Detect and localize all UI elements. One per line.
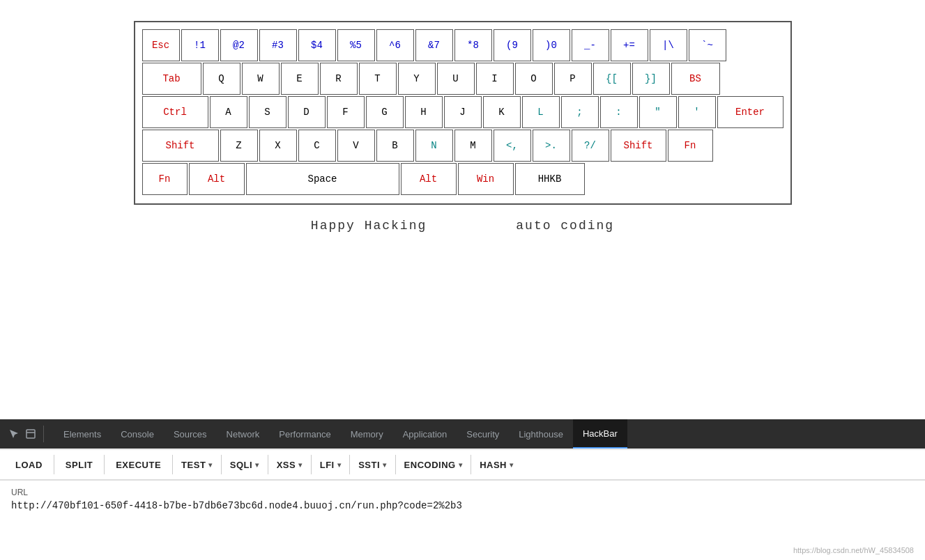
- devtools-tab-memory[interactable]: Memory: [341, 419, 393, 449]
- key-Ctrl-2-0[interactable]: Ctrl: [142, 96, 208, 128]
- toolbar-dropdown-sqli[interactable]: SQLI▾: [224, 456, 265, 474]
- key-%5-0-5[interactable]: %5: [337, 29, 375, 61]
- key-Q-1-1[interactable]: Q: [203, 63, 240, 95]
- key-H-2-6[interactable]: H: [405, 96, 443, 128]
- key-D-2-3[interactable]: D: [288, 96, 326, 128]
- key-Win-4-4[interactable]: Win: [458, 163, 514, 195]
- devtools-tab-security[interactable]: Security: [457, 419, 509, 449]
- key-#3-0-3[interactable]: #3: [259, 29, 297, 61]
- key-Fn-4-0[interactable]: Fn: [142, 163, 188, 195]
- toolbar-dropdown-test[interactable]: TEST▾: [176, 456, 218, 474]
- key-Tab-1-0[interactable]: Tab: [142, 63, 201, 95]
- devtools-tab-application[interactable]: Application: [393, 419, 457, 449]
- toolbar-divider-4: [221, 455, 222, 474]
- url-bar: URL http://470bf101-650f-4418-b7be-b7db6…: [0, 480, 925, 560]
- devtools-tab-hackbar[interactable]: HackBar: [573, 419, 627, 449]
- key-_--0-11[interactable]: _-: [572, 29, 609, 61]
- key-!1-0-1[interactable]: !1: [181, 29, 219, 61]
- toolbar-dropdown-xss[interactable]: XSS▾: [271, 456, 308, 474]
- toolbar-dropdown-hash[interactable]: HASH▾: [474, 456, 519, 474]
- key-B-3-5[interactable]: B: [376, 130, 414, 162]
- key-T-1-5[interactable]: T: [359, 63, 397, 95]
- svg-rect-0: [26, 430, 35, 438]
- key-O-1-9[interactable]: O: [515, 63, 553, 95]
- key-Shift-3-0[interactable]: Shift: [142, 130, 219, 162]
- inspect-icon[interactable]: [22, 426, 39, 442]
- key-Z-3-1[interactable]: Z: [220, 130, 258, 162]
- toolbar-divider-8: [395, 455, 396, 474]
- toolbar-btn-execute[interactable]: EXECUTE: [107, 456, 169, 474]
- key-^6-0-6[interactable]: ^6: [376, 29, 414, 61]
- key-Esc-0-0[interactable]: Esc: [142, 29, 180, 61]
- key-P-1-10[interactable]: P: [554, 63, 592, 95]
- key-{[-1-11[interactable]: {[: [593, 63, 631, 95]
- toolbar-divider-2: [104, 455, 105, 474]
- key-$4-0-4[interactable]: $4: [298, 29, 336, 61]
- key-?/-3-10[interactable]: ?/: [572, 130, 609, 162]
- dropdown-arrow: ▾: [255, 461, 259, 469]
- key-Enter-2-14[interactable]: Enter: [717, 96, 783, 128]
- key-J-2-7[interactable]: J: [444, 96, 482, 128]
- key-)0-0-10[interactable]: )0: [533, 29, 570, 61]
- key-Alt-4-1[interactable]: Alt: [189, 163, 245, 195]
- key-(9-0-9[interactable]: (9: [494, 29, 531, 61]
- key-I-1-8[interactable]: I: [476, 63, 514, 95]
- key-&7-0-7[interactable]: &7: [415, 29, 453, 61]
- key-M-3-7[interactable]: M: [454, 130, 492, 162]
- key-'-2-13[interactable]: ': [678, 96, 716, 128]
- key-E-1-3[interactable]: E: [281, 63, 319, 95]
- key-N-3-6[interactable]: N: [415, 130, 453, 162]
- devtools-tab-network[interactable]: Network: [217, 419, 270, 449]
- devtools-tab-lighthouse[interactable]: Lighthouse: [509, 419, 573, 449]
- key-W-1-2[interactable]: W: [242, 63, 280, 95]
- key-Alt-4-3[interactable]: Alt: [401, 163, 457, 195]
- key-C-3-3[interactable]: C: [298, 130, 336, 162]
- devtools-tab-console[interactable]: Console: [111, 419, 164, 449]
- dropdown-arrow: ▾: [383, 461, 387, 469]
- key-V-3-4[interactable]: V: [337, 130, 375, 162]
- key-|\-0-13[interactable]: |\: [650, 29, 687, 61]
- toolbar-dropdown-lfi[interactable]: LFI▾: [314, 456, 347, 474]
- key-Fn-3-12[interactable]: Fn: [668, 130, 713, 162]
- key-R-1-4[interactable]: R: [320, 63, 358, 95]
- keyboard-row-2: CtrlASDFGHJKL;:"'Enter: [142, 96, 783, 128]
- dropdown-arrow: ▾: [459, 461, 463, 469]
- toolbar-dropdown-ssti[interactable]: SSTI▾: [353, 456, 392, 474]
- devtools-tab-elements[interactable]: Elements: [54, 419, 111, 449]
- key-*8-0-8[interactable]: *8: [454, 29, 492, 61]
- key-Space-4-2[interactable]: Space: [246, 163, 399, 195]
- key-<,-3-8[interactable]: <,: [494, 130, 531, 162]
- key-X-3-2[interactable]: X: [259, 130, 297, 162]
- dropdown-arrow: ▾: [337, 461, 342, 469]
- devtools-tabs: ElementsConsoleSourcesNetworkPerformance…: [54, 419, 627, 449]
- toolbar-btn-load[interactable]: LOAD: [7, 456, 51, 474]
- key-`~-0-14[interactable]: `~: [689, 29, 726, 61]
- devtools-tab-performance[interactable]: Performance: [269, 419, 340, 449]
- key-F-2-4[interactable]: F: [327, 96, 365, 128]
- key-Shift-3-11[interactable]: Shift: [611, 130, 666, 162]
- key-}]-1-12[interactable]: }]: [632, 63, 670, 95]
- toolbar-btn-split[interactable]: SPLIT: [57, 456, 101, 474]
- key-"-2-12[interactable]: ": [639, 96, 677, 128]
- key-A-2-1[interactable]: A: [210, 96, 247, 128]
- devtools-bar: ElementsConsoleSourcesNetworkPerformance…: [0, 419, 925, 449]
- key-@2-0-2[interactable]: @2: [220, 29, 258, 61]
- key-HHKB-4-5[interactable]: HHKB: [515, 163, 585, 195]
- devtools-tab-sources[interactable]: Sources: [164, 419, 217, 449]
- key-U-1-7[interactable]: U: [437, 63, 475, 95]
- key-S-2-2[interactable]: S: [249, 96, 286, 128]
- key->.-3-9[interactable]: >.: [533, 130, 570, 162]
- toolbar-dropdown-encoding[interactable]: ENCODING▾: [399, 456, 468, 474]
- key-L-2-9[interactable]: L: [522, 96, 560, 128]
- key-+=-0-12[interactable]: +=: [611, 29, 648, 61]
- key-;-2-10[interactable]: ;: [561, 96, 599, 128]
- key-K-2-8[interactable]: K: [483, 96, 521, 128]
- dropdown-arrow: ▾: [298, 461, 303, 469]
- key-G-2-5[interactable]: G: [366, 96, 404, 128]
- key-BS-1-13[interactable]: BS: [671, 63, 720, 95]
- key-:-2-11[interactable]: :: [600, 96, 638, 128]
- url-text[interactable]: http://470bf101-650f-4418-b7be-b7db6e73b…: [11, 500, 914, 511]
- toolbar-divider-1: [54, 455, 54, 474]
- cursor-icon[interactable]: [6, 426, 22, 442]
- key-Y-1-6[interactable]: Y: [398, 63, 436, 95]
